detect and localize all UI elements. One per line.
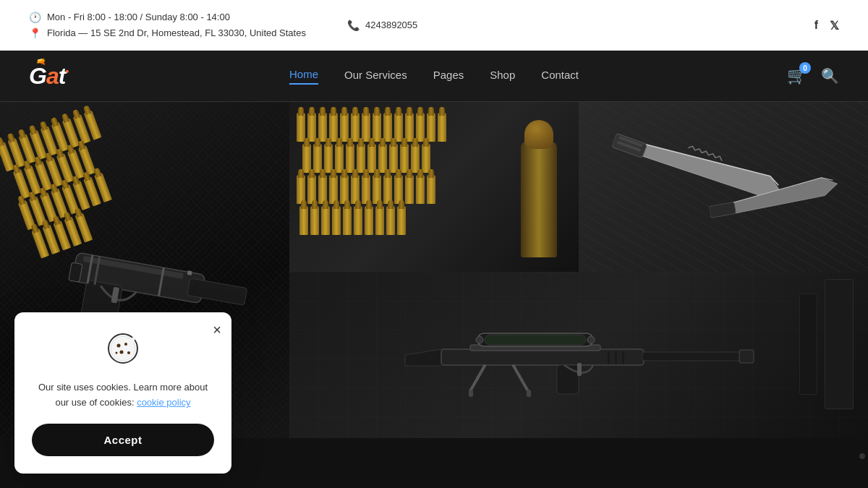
svg-rect-21 — [739, 350, 754, 363]
svg-line-23 — [514, 366, 528, 391]
svg-point-36 — [127, 351, 130, 354]
rifle-svg — [398, 297, 760, 413]
svg-rect-14 — [441, 349, 644, 365]
phone-item: 📞 4243892055 — [347, 20, 417, 31]
cookie-text: Our site uses cookies. Learn more about … — [32, 380, 214, 411]
search-button[interactable]: 🔍 — [821, 67, 839, 85]
facebook-icon[interactable]: f — [814, 19, 818, 32]
hours-item: 🕐 Mon - Fri 8:00 - 18:00 / Sunday 8:00 -… — [29, 12, 839, 23]
svg-point-33 — [116, 344, 120, 348]
svg-rect-13 — [709, 202, 736, 218]
logo[interactable]: 🔫 Gat• — [29, 63, 68, 90]
logo-text: Gat• — [29, 63, 68, 89]
cookie-icon — [32, 333, 214, 372]
hours-text: Mon - Fri 8:00 - 18:00 / Sunday 8:00 - 1… — [47, 12, 230, 22]
main-nav: Home Our Services Pages Shop Contact — [289, 68, 579, 85]
address-text: Florida — 15 SE 2nd Dr, Homestead, FL 33… — [47, 27, 306, 38]
cookie-accept-button[interactable]: Accept — [32, 424, 214, 456]
nav-icons: 🛒 0 🔍 — [787, 67, 839, 85]
svg-rect-28 — [608, 351, 610, 364]
svg-rect-30 — [622, 351, 624, 364]
nav-shop[interactable]: Shop — [490, 69, 515, 84]
scroll-indicator — [859, 453, 865, 459]
cookie-policy-link[interactable]: cookie policy — [137, 397, 190, 408]
cookie-svg — [107, 333, 140, 365]
cart-button[interactable]: 🛒 0 — [787, 67, 807, 85]
svg-rect-17 — [476, 336, 483, 343]
cookie-close-button[interactable]: × — [213, 322, 221, 337]
svg-line-22 — [470, 366, 485, 391]
top-bar-left: 🕐 Mon - Fri 8:00 - 18:00 / Sunday 8:00 -… — [29, 12, 839, 39]
top-bar: 🕐 Mon - Fri 8:00 - 18:00 / Sunday 8:00 -… — [0, 0, 868, 51]
svg-rect-18 — [587, 336, 595, 343]
nav-pages[interactable]: Pages — [433, 69, 464, 84]
social-links: f 𝕏 — [814, 18, 839, 32]
svg-rect-8 — [187, 270, 192, 275]
svg-rect-25 — [527, 390, 531, 397]
svg-point-34 — [124, 343, 127, 346]
knives-cell[interactable]: Knives — [579, 102, 868, 272]
nav-home[interactable]: Home — [289, 68, 318, 85]
svg-rect-26 — [557, 365, 579, 394]
rifle-cell[interactable] — [289, 272, 868, 438]
twitter-icon[interactable]: 𝕏 — [830, 18, 839, 32]
svg-rect-27 — [577, 363, 582, 376]
cookie-popup: × Our site uses cookies. Lear — [14, 312, 231, 474]
cart-badge: 0 — [799, 62, 811, 74]
clock-icon: 🕐 — [29, 12, 41, 23]
svg-rect-29 — [615, 351, 617, 364]
ammo-cell[interactable] — [289, 102, 579, 272]
nav-contact[interactable]: Contact — [541, 69, 579, 84]
page-wrapper: 🕐 Mon - Fri 8:00 - 18:00 / Sunday 8:00 -… — [0, 0, 868, 488]
location-icon: 📍 — [29, 27, 41, 39]
svg-point-35 — [119, 351, 123, 354]
svg-rect-24 — [469, 390, 473, 397]
svg-rect-20 — [642, 352, 744, 361]
svg-point-37 — [115, 352, 117, 354]
address-item: 📍 Florida — 15 SE 2nd Dr, Homestead, FL … — [29, 27, 839, 39]
nav-services[interactable]: Our Services — [344, 69, 407, 84]
phone-text: 4243892055 — [365, 20, 417, 30]
phone-icon: 📞 — [347, 20, 359, 31]
svg-rect-19 — [485, 335, 586, 345]
nav-bar: 🔫 Gat• Home Our Services Pages Shop Cont… — [0, 51, 868, 101]
